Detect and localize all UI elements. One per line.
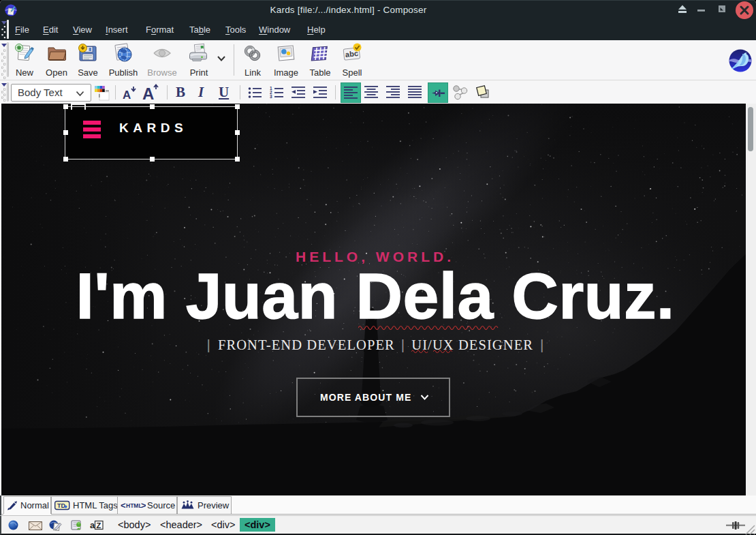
svg-text:Z: Z xyxy=(97,521,101,530)
svg-text:A: A xyxy=(123,89,131,101)
svg-text:<: < xyxy=(121,501,126,510)
svg-text:a: a xyxy=(90,520,95,530)
svg-text:>: > xyxy=(141,501,146,510)
svg-text:3: 3 xyxy=(270,94,272,99)
svg-text:HTML: HTML xyxy=(126,502,142,509)
svg-text:A: A xyxy=(142,85,154,102)
svg-text:TD: TD xyxy=(57,502,65,509)
